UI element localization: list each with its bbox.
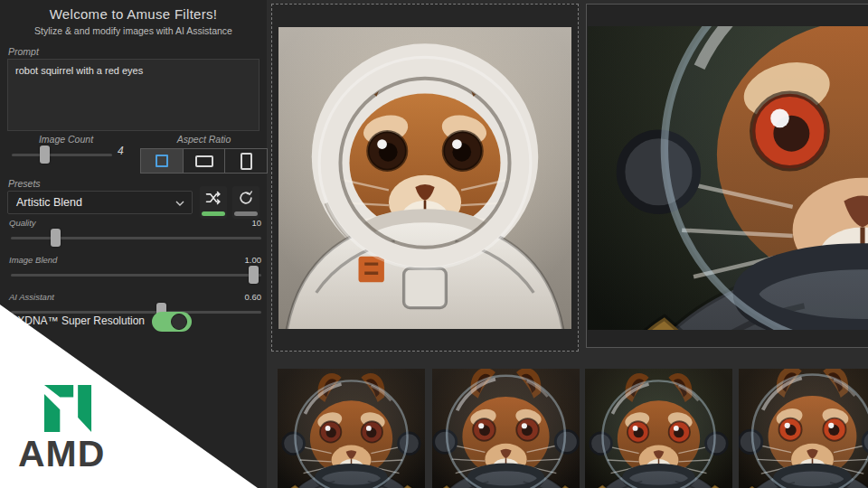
aspect-option-square[interactable] xyxy=(141,149,184,173)
toggle-knob xyxy=(171,314,187,330)
image-count-label: Image Count xyxy=(7,134,125,145)
image-blend-slider-group: Image Blend 1.00 xyxy=(0,255,267,289)
aspect-ratio-control xyxy=(140,148,268,174)
shuffle-active-indicator xyxy=(202,211,225,216)
image-count-slider-handle[interactable] xyxy=(40,145,50,164)
chevron-down-icon xyxy=(175,201,184,206)
image-blend-label: Image Blend xyxy=(9,255,57,265)
preview-image-panel xyxy=(586,4,868,348)
aspect-square-icon xyxy=(156,155,168,167)
thumbnail-2[interactable] xyxy=(432,369,580,488)
image-blend-slider-handle[interactable] xyxy=(249,266,259,284)
amd-arrow-logo-icon xyxy=(40,380,96,436)
image-blend-value: 1.00 xyxy=(245,255,262,265)
ai-assistant-value: 0.60 xyxy=(245,292,262,302)
image-count-value: 4 xyxy=(118,145,124,157)
thumbnail-3[interactable] xyxy=(585,369,732,488)
aspect-landscape-icon xyxy=(195,155,213,167)
quality-value: 10 xyxy=(251,218,261,228)
refresh-active-indicator xyxy=(234,211,258,216)
generated-image-main-left[interactable] xyxy=(278,27,571,329)
aspect-option-portrait[interactable] xyxy=(225,149,267,173)
quality-label: Quality xyxy=(9,218,36,228)
presets-label: Presets xyxy=(8,178,41,189)
aspect-ratio-label: Aspect Ratio xyxy=(140,134,268,145)
presets-dropdown[interactable]: Artistic Blend xyxy=(7,191,193,214)
presets-selected-value: Artistic Blend xyxy=(16,196,82,209)
thumbnail-1[interactable] xyxy=(278,369,425,488)
app-subtitle: Stylize & and modify images with AI Assi… xyxy=(0,25,267,36)
selected-image-panel xyxy=(271,4,579,352)
thumbnail-4[interactable] xyxy=(739,369,868,488)
aspect-ratio-group: Aspect Ratio xyxy=(140,134,268,145)
prompt-label: Prompt xyxy=(8,46,39,57)
aspect-portrait-icon xyxy=(241,153,252,170)
image-count-slider[interactable] xyxy=(12,154,112,156)
refresh-button[interactable] xyxy=(232,186,259,219)
image-blend-slider[interactable] xyxy=(11,274,261,277)
refresh-icon xyxy=(237,189,255,207)
amd-logo-text: AMD xyxy=(18,433,105,475)
prompt-input[interactable]: robot squirrel with a red eyes xyxy=(7,59,259,131)
app-title: Welcome to Amuse Filters! xyxy=(0,6,267,22)
canvas-area xyxy=(267,0,868,488)
aspect-option-landscape[interactable] xyxy=(184,149,226,173)
image-count-group: Image Count xyxy=(7,134,125,145)
ai-assistant-label: AI Assistant xyxy=(9,292,54,302)
super-resolution-row: XDNA™ Super Resolution xyxy=(0,311,267,333)
shuffle-icon xyxy=(204,189,222,207)
super-resolution-toggle[interactable] xyxy=(152,312,192,332)
quality-slider-group: Quality 10 xyxy=(0,218,267,252)
quality-slider-handle[interactable] xyxy=(51,229,61,247)
quality-slider[interactable] xyxy=(11,237,261,239)
shuffle-button[interactable] xyxy=(200,186,227,219)
generated-image-main-right[interactable] xyxy=(588,26,868,330)
